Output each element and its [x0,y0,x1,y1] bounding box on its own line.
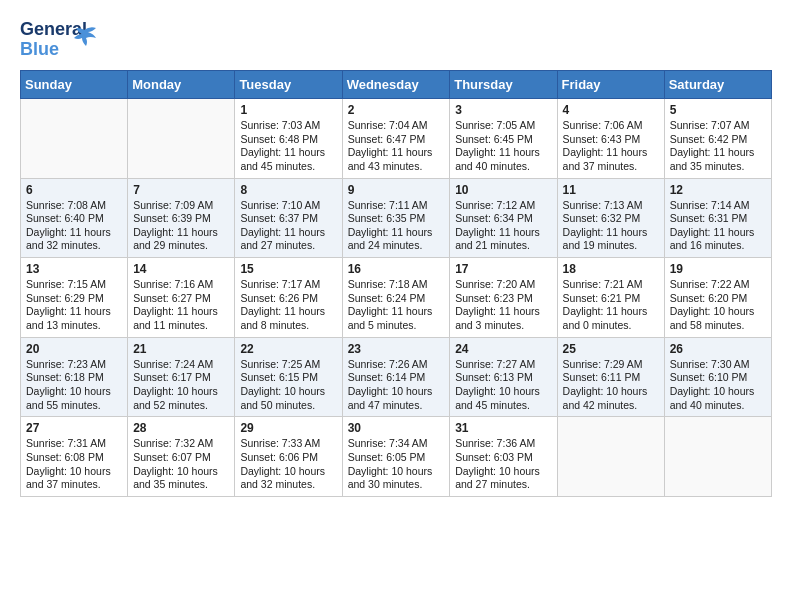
day-info: Sunset: 6:48 PM [240,133,336,147]
day-number: 25 [563,342,659,356]
logo-blue: Blue [20,40,70,60]
day-info: Sunset: 6:24 PM [348,292,445,306]
day-info: Sunrise: 7:30 AM [670,358,766,372]
day-number: 18 [563,262,659,276]
day-info: Sunrise: 7:10 AM [240,199,336,213]
day-info: Daylight: 11 hours and 0 minutes. [563,305,659,332]
calendar-cell: 14Sunrise: 7:16 AMSunset: 6:27 PMDayligh… [128,258,235,338]
logo-bird-icon [70,22,98,50]
calendar-cell: 5Sunrise: 7:07 AMSunset: 6:42 PMDaylight… [664,99,771,179]
day-info: Daylight: 11 hours and 37 minutes. [563,146,659,173]
calendar-cell: 8Sunrise: 7:10 AMSunset: 6:37 PMDaylight… [235,178,342,258]
day-info: Daylight: 11 hours and 3 minutes. [455,305,551,332]
day-info: Sunrise: 7:08 AM [26,199,122,213]
calendar-cell: 7Sunrise: 7:09 AMSunset: 6:39 PMDaylight… [128,178,235,258]
day-info: Sunrise: 7:05 AM [455,119,551,133]
day-info: Sunrise: 7:03 AM [240,119,336,133]
day-info: Sunset: 6:26 PM [240,292,336,306]
calendar-cell: 24Sunrise: 7:27 AMSunset: 6:13 PMDayligh… [450,337,557,417]
day-number: 27 [26,421,122,435]
day-info: Sunset: 6:32 PM [563,212,659,226]
day-info: Daylight: 11 hours and 11 minutes. [133,305,229,332]
day-number: 16 [348,262,445,276]
calendar-week-row: 13Sunrise: 7:15 AMSunset: 6:29 PMDayligh… [21,258,772,338]
day-number: 23 [348,342,445,356]
day-number: 5 [670,103,766,117]
calendar-cell [21,99,128,179]
day-info: Sunrise: 7:18 AM [348,278,445,292]
calendar-cell: 2Sunrise: 7:04 AMSunset: 6:47 PMDaylight… [342,99,450,179]
day-info: Daylight: 11 hours and 27 minutes. [240,226,336,253]
day-info: Daylight: 11 hours and 19 minutes. [563,226,659,253]
calendar-header-row: SundayMondayTuesdayWednesdayThursdayFrid… [21,71,772,99]
day-info: Sunrise: 7:27 AM [455,358,551,372]
day-info: Sunset: 6:05 PM [348,451,445,465]
day-info: Sunset: 6:42 PM [670,133,766,147]
calendar-cell: 25Sunrise: 7:29 AMSunset: 6:11 PMDayligh… [557,337,664,417]
day-number: 10 [455,183,551,197]
day-info: Sunset: 6:27 PM [133,292,229,306]
day-info: Sunset: 6:21 PM [563,292,659,306]
calendar-cell: 9Sunrise: 7:11 AMSunset: 6:35 PMDaylight… [342,178,450,258]
day-info: Sunset: 6:37 PM [240,212,336,226]
day-info: Daylight: 11 hours and 24 minutes. [348,226,445,253]
day-info: Sunrise: 7:24 AM [133,358,229,372]
calendar-week-row: 27Sunrise: 7:31 AMSunset: 6:08 PMDayligh… [21,417,772,497]
day-info: Sunrise: 7:33 AM [240,437,336,451]
calendar-cell: 18Sunrise: 7:21 AMSunset: 6:21 PMDayligh… [557,258,664,338]
day-number: 14 [133,262,229,276]
day-info: Sunrise: 7:25 AM [240,358,336,372]
day-info: Sunrise: 7:21 AM [563,278,659,292]
day-number: 29 [240,421,336,435]
day-info: Sunrise: 7:07 AM [670,119,766,133]
day-info: Sunrise: 7:09 AM [133,199,229,213]
day-info: Daylight: 10 hours and 27 minutes. [455,465,551,492]
day-info: Sunset: 6:17 PM [133,371,229,385]
day-header-thursday: Thursday [450,71,557,99]
day-number: 13 [26,262,122,276]
day-number: 30 [348,421,445,435]
day-info: Daylight: 11 hours and 32 minutes. [26,226,122,253]
day-info: Sunrise: 7:26 AM [348,358,445,372]
day-number: 26 [670,342,766,356]
day-info: Sunset: 6:31 PM [670,212,766,226]
day-info: Daylight: 11 hours and 8 minutes. [240,305,336,332]
logo: General Blue [20,20,70,60]
calendar-cell: 11Sunrise: 7:13 AMSunset: 6:32 PMDayligh… [557,178,664,258]
day-info: Daylight: 11 hours and 5 minutes. [348,305,445,332]
day-info: Sunset: 6:03 PM [455,451,551,465]
day-info: Sunrise: 7:13 AM [563,199,659,213]
day-number: 12 [670,183,766,197]
calendar-week-row: 6Sunrise: 7:08 AMSunset: 6:40 PMDaylight… [21,178,772,258]
day-header-wednesday: Wednesday [342,71,450,99]
day-info: Sunrise: 7:16 AM [133,278,229,292]
day-info: Daylight: 10 hours and 40 minutes. [670,385,766,412]
day-number: 22 [240,342,336,356]
day-info: Daylight: 11 hours and 21 minutes. [455,226,551,253]
day-info: Daylight: 11 hours and 13 minutes. [26,305,122,332]
calendar-cell: 10Sunrise: 7:12 AMSunset: 6:34 PMDayligh… [450,178,557,258]
logo-general: General [20,20,70,40]
day-number: 8 [240,183,336,197]
day-info: Sunrise: 7:22 AM [670,278,766,292]
calendar-week-row: 20Sunrise: 7:23 AMSunset: 6:18 PMDayligh… [21,337,772,417]
day-number: 19 [670,262,766,276]
day-info: Daylight: 11 hours and 45 minutes. [240,146,336,173]
day-info: Sunset: 6:13 PM [455,371,551,385]
day-info: Daylight: 10 hours and 47 minutes. [348,385,445,412]
calendar-cell: 30Sunrise: 7:34 AMSunset: 6:05 PMDayligh… [342,417,450,497]
calendar-cell: 28Sunrise: 7:32 AMSunset: 6:07 PMDayligh… [128,417,235,497]
day-number: 17 [455,262,551,276]
calendar-cell: 4Sunrise: 7:06 AMSunset: 6:43 PMDaylight… [557,99,664,179]
day-info: Sunset: 6:35 PM [348,212,445,226]
day-info: Sunrise: 7:04 AM [348,119,445,133]
day-info: Sunrise: 7:20 AM [455,278,551,292]
day-info: Sunset: 6:39 PM [133,212,229,226]
calendar-cell: 31Sunrise: 7:36 AMSunset: 6:03 PMDayligh… [450,417,557,497]
day-number: 21 [133,342,229,356]
day-info: Sunrise: 7:36 AM [455,437,551,451]
day-info: Daylight: 10 hours and 50 minutes. [240,385,336,412]
calendar-cell: 29Sunrise: 7:33 AMSunset: 6:06 PMDayligh… [235,417,342,497]
calendar-cell: 22Sunrise: 7:25 AMSunset: 6:15 PMDayligh… [235,337,342,417]
day-info: Daylight: 11 hours and 43 minutes. [348,146,445,173]
